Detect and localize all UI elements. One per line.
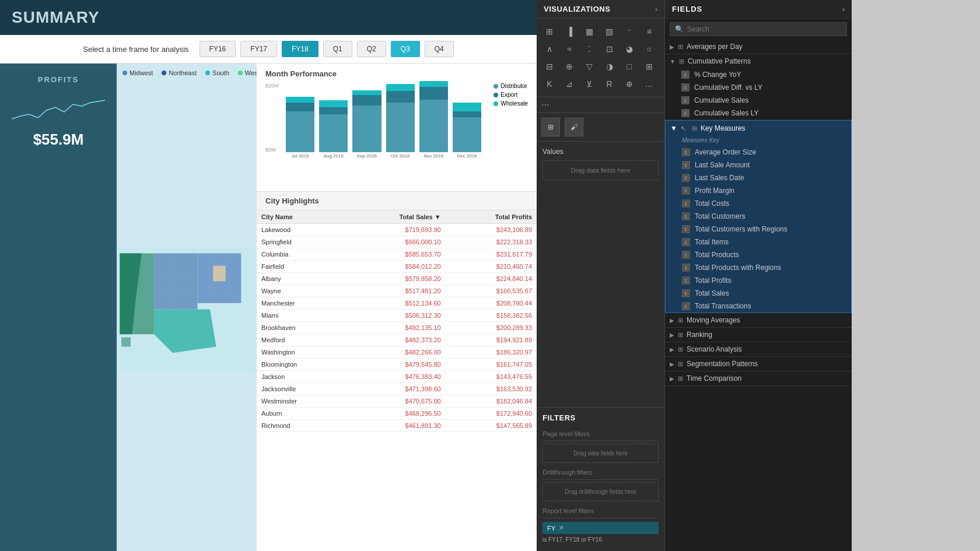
field-cum-diff-label: Cumulative Diff. vs LY	[694, 83, 762, 92]
field-total-customers[interactable]: Σ Total Customers	[666, 210, 851, 223]
q1-button[interactable]: Q1	[323, 41, 352, 57]
field-last-sale[interactable]: Σ Last Sale Amount	[666, 159, 851, 171]
city-sales: $476,383.40	[345, 371, 446, 383]
q3-button[interactable]: Q3	[391, 41, 420, 57]
viz-icon-donut[interactable]: ○	[641, 41, 657, 57]
field-total-profits[interactable]: Σ Total Profits	[666, 274, 851, 287]
group-scenario-header[interactable]: ▶ ⊞ Scenario Analysis	[665, 342, 852, 356]
city-name: Westminster	[257, 395, 345, 408]
table-row[interactable]: Columbia $585,653.70 $231,617.79	[257, 248, 537, 261]
svg-rect-16	[213, 266, 225, 282]
field-cum-diff[interactable]: Σ Cumulative Diff. vs LY	[665, 81, 852, 94]
viz-icon-q[interactable]: R	[601, 76, 618, 92]
table-row[interactable]: Washington $482,266.00 $186,320.97	[257, 346, 537, 359]
viz-icon-stacked[interactable]: ▦	[581, 23, 597, 40]
table-row[interactable]: Lakewood $719,693.90 $243,106.89	[257, 224, 537, 236]
group-time-comparison-header[interactable]: ▶ ⊞ Time Comparison	[665, 371, 852, 385]
group-averages-header[interactable]: ▶ ⊞ Averages per Day	[665, 40, 852, 54]
field-profit-margin[interactable]: Σ Profit Margin	[666, 184, 851, 197]
bar-sep-export	[352, 95, 381, 106]
fy17-button[interactable]: FY17	[240, 41, 277, 57]
table-row[interactable]: Springfield $666,000.10 $222,318.33	[257, 236, 537, 248]
city-table-scroll[interactable]: City Name Total Sales ▼ Total Profits La…	[257, 210, 537, 551]
city-name: Springfield	[257, 236, 345, 248]
table-row[interactable]: Wayne $517,481.20 $166,535.67	[257, 285, 537, 297]
field-last-sales-date[interactable]: Σ Last Sales Date	[666, 171, 851, 184]
top-bar: SUMMARY	[0, 0, 537, 35]
bar-chart-container: $20M $0M Jul 2016	[265, 83, 528, 182]
table-row[interactable]: Manchester $512,134.60 $208,780.44	[257, 297, 537, 310]
table-row[interactable]: Brookhaven $492,135.10 $200,289.33	[257, 322, 537, 334]
search-box[interactable]: 🔍	[670, 22, 847, 36]
field-pct-change[interactable]: Σ % Change YoY	[665, 68, 852, 81]
field-total-sales[interactable]: Σ Total Sales	[666, 287, 851, 300]
field-avg-order[interactable]: Σ Average Order Size	[666, 146, 851, 159]
table-row[interactable]: Miami $506,312.30 $156,382.56	[257, 310, 537, 322]
viz-icon-cluster[interactable]: ▧	[601, 23, 618, 40]
table-row[interactable]: Richmond $461,891.30 $147,565.89	[257, 420, 537, 432]
table-row[interactable]: Medford $482,373.20 $194,921.89	[257, 334, 537, 346]
field-total-costs[interactable]: Σ Total Costs	[666, 197, 851, 210]
viz-icon-card[interactable]: □	[621, 58, 638, 75]
q4-button[interactable]: Q4	[425, 41, 454, 57]
search-input[interactable]	[687, 25, 842, 33]
field-total-customers-regions[interactable]: Σ Total Customers with Regions	[666, 223, 851, 236]
group-ranking-header[interactable]: ▶ ⊞ Ranking	[665, 328, 852, 342]
table-row[interactable]: Albany $579,858.20 $224,840.14	[257, 273, 537, 285]
viz-icon-globe[interactable]: ⊕	[621, 76, 638, 92]
city-profits: $172,940.60	[446, 408, 537, 420]
viz-icon-bar[interactable]: ▐	[561, 23, 578, 40]
viz-icon-hbar[interactable]: ≡	[641, 23, 657, 40]
group-key-measures-header[interactable]: ▼ ↖ ⊞ Key Measures	[666, 121, 851, 136]
bar-dec: Dec 2016	[453, 103, 481, 159]
table-row[interactable]: Jackson $476,383.40 $143,476.55	[257, 371, 537, 383]
fields-button[interactable]: ⊞	[541, 118, 560, 136]
group-key-measures-arrow: ▼	[670, 124, 677, 132]
left-panel: PROFITS $55.9M	[0, 64, 117, 551]
fields-arrow[interactable]: ›	[842, 5, 845, 13]
viz-icon-ribbon[interactable]: ≈	[561, 41, 578, 57]
active-filter-tag[interactable]: FY ✕	[542, 522, 659, 534]
viz-icon-treemap[interactable]: ⊟	[541, 58, 558, 75]
city-sales: $492,135.10	[345, 322, 446, 334]
filter-close-button[interactable]: ✕	[559, 524, 564, 532]
viz-icon-map[interactable]: ⊕	[561, 58, 578, 75]
table-row[interactable]: Jacksonville $471,398.60 $163,530.92	[257, 383, 537, 395]
page-drag-zone: Drag data fields here	[542, 444, 659, 463]
viz-icon-pie[interactable]: ◕	[621, 41, 638, 57]
viz-icon-slicer[interactable]: ⊿	[561, 76, 578, 92]
city-sales: $584,012.20	[345, 261, 446, 273]
viz-icon-table[interactable]: ⊞	[541, 23, 558, 40]
viz-icon-matrix[interactable]: ⊞	[641, 58, 657, 75]
field-total-products[interactable]: Σ Total Products	[666, 248, 851, 261]
table-row[interactable]: Fairfield $584,012.20 $210,460.74	[257, 261, 537, 273]
table-row[interactable]: Westminster $470,675.00 $182,046.84	[257, 395, 537, 408]
fy18-button[interactable]: FY18	[282, 41, 318, 57]
group-cumulative-header[interactable]: ▼ ⊞ Cumulative Patterns	[665, 54, 852, 68]
q2-button[interactable]: Q2	[357, 41, 386, 57]
field-total-items[interactable]: Σ Total Items	[666, 236, 851, 248]
field-cum-sales[interactable]: Σ Cumulative Sales	[665, 94, 852, 107]
table-row[interactable]: Auburn $468,296.50 $172,940.60	[257, 408, 537, 420]
field-total-products-regions[interactable]: Σ Total Products with Regions	[666, 261, 851, 274]
viz-icon-funnel[interactable]: ▽	[581, 58, 597, 75]
viz-icon-scatter[interactable]: ⁚	[581, 41, 597, 57]
format-button[interactable]: 🖌	[565, 118, 583, 136]
viz-icon-combo[interactable]: ⊡	[601, 41, 618, 57]
table-row[interactable]: Bloomington $479,545.80 $161,747.05	[257, 359, 537, 371]
viz-icon-kpi[interactable]: K	[541, 76, 558, 92]
viz-icon-area[interactable]: ∧	[541, 41, 558, 57]
fy16-button[interactable]: FY16	[200, 41, 236, 57]
viz-arrow[interactable]: ›	[655, 5, 657, 13]
viz-icon-gauge[interactable]: ◑	[601, 58, 618, 75]
viz-icon-line[interactable]: ⁻	[621, 23, 638, 40]
city-name: Jackson	[257, 371, 345, 383]
bar-jul-label: Jul 2016	[291, 153, 309, 159]
viz-icon-filter[interactable]: ⊻	[581, 76, 597, 92]
viz-icon-ellipsis[interactable]: …	[641, 76, 657, 92]
group-moving-avg-header[interactable]: ▶ ⊞ Moving Averages	[665, 313, 852, 327]
group-ranking: ▶ ⊞ Ranking	[665, 328, 852, 342]
field-total-transactions[interactable]: Σ Total Transactions	[666, 300, 851, 313]
group-segmentation-header[interactable]: ▶ ⊞ Segmentation Patterns	[665, 357, 852, 371]
field-cum-sales-ly[interactable]: Σ Cumulative Sales LY	[665, 107, 852, 120]
